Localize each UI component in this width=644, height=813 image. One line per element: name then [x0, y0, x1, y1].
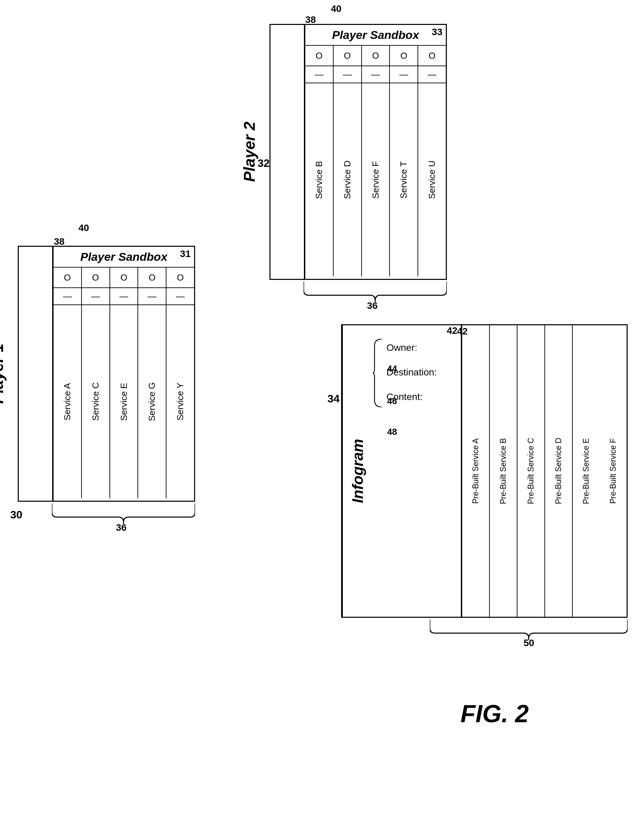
figure-title: FIG. 2 — [460, 699, 529, 728]
ref-50: 50 — [523, 638, 534, 649]
player1-service-g-label: Service G — [138, 305, 166, 498]
diagram: Player 1 Player Sandbox 31 O — Service A… — [0, 0, 644, 813]
player1-dash-g: — — [138, 288, 166, 305]
player1-circle-c: O — [82, 268, 110, 288]
player2-service-d-label: Service D — [333, 83, 361, 276]
player1-sandbox-header: Player Sandbox 31 — [54, 247, 194, 268]
player2-service-col-b: O — Service B — [305, 46, 333, 276]
player2-service-col-f: O — Service F — [362, 46, 390, 276]
ref-42-label: 42 — [457, 326, 468, 337]
player2-brace-svg — [304, 282, 447, 302]
ref-48-label: 48 — [387, 426, 397, 437]
player1-circle-g: O — [138, 268, 166, 288]
player2-ref: 32 — [257, 157, 270, 170]
pre-built-col-f: Pre-Built Service F — [600, 325, 627, 617]
player1-dash-y: — — [167, 288, 194, 305]
infogram-brace — [373, 339, 383, 407]
ref-42: 42 — [447, 325, 457, 336]
player1-service-col-e: O — Service E — [110, 268, 139, 498]
infogram-brace-50 — [430, 620, 628, 640]
ref-34: 34 — [327, 393, 340, 405]
pre-built-col-c: Pre-Built Service C — [517, 325, 545, 617]
player2-service-t-label: Service T — [390, 83, 418, 276]
player1-dash-a: — — [54, 288, 81, 305]
infogram-services: Pre-Built Service A Pre-Built Service B … — [462, 325, 627, 617]
player2-service-f-label: Service F — [362, 83, 390, 276]
player1-dash-c: — — [82, 288, 110, 305]
player1-brace-svg — [52, 503, 195, 524]
player1-service-col-c: O — Service C — [82, 268, 110, 498]
player1-circle-y: O — [167, 268, 194, 288]
infogram-fields: 42 Owner: Destination: Content: — [373, 325, 462, 617]
ref-38-left: 38 — [54, 236, 64, 247]
player2-outer-box: Player 2 Player Sandbox 33 O — Service B… — [269, 24, 447, 280]
pre-built-col-e: Pre-Built Service E — [572, 325, 600, 617]
ref-40-left: 40 — [78, 222, 89, 233]
player1-label: Player 1 — [0, 247, 17, 501]
player2-service-col-d: O — Service D — [333, 46, 362, 276]
player2-sandbox-header: Player Sandbox 33 — [305, 25, 446, 46]
player1-sandbox-label: Player Sandbox — [80, 250, 167, 263]
player1-service-col-g: O — Service G — [138, 268, 167, 498]
player2-label: Player 2 — [229, 25, 269, 279]
pre-built-col-b: Pre-Built Service B — [489, 325, 517, 617]
player2-services-ref: 36 — [367, 301, 378, 311]
player1-services-ref: 36 — [116, 522, 127, 533]
ref-46-label: 46 — [387, 396, 397, 406]
player1-service-a-label: Service A — [54, 305, 81, 498]
pre-built-col-d: Pre-Built Service D — [545, 325, 572, 617]
player2-sandbox-box: Player Sandbox 33 O — Service B O — Serv… — [304, 25, 446, 279]
infogram-box: Infogram 42 Owner: Destination: Content: — [341, 324, 628, 618]
player1-service-y-label: Service Y — [167, 305, 194, 498]
player1-service-col-a: O — Service A — [54, 268, 82, 498]
player1-service-grid: O — Service A O — Service C O — Service … — [54, 268, 194, 498]
player2-sandbox-ref: 33 — [432, 27, 442, 38]
player2-service-grid: O — Service B O — Service D O — Service … — [305, 46, 446, 276]
player2-sandbox-label: Player Sandbox — [332, 28, 419, 41]
ref-40-right: 40 — [331, 3, 341, 14]
ref-38-right: 38 — [305, 14, 316, 25]
player1-service-col-y: O — Service Y — [167, 268, 194, 498]
player2-service-col-u: O — Service U — [418, 46, 446, 276]
player1-sandbox-box: Player Sandbox 31 O — Service A O — Serv… — [53, 247, 194, 501]
player2-service-u-label: Service U — [418, 83, 446, 276]
player1-left-col — [19, 247, 53, 501]
player1-outer-box: Player 1 Player Sandbox 31 O — Service A… — [18, 246, 195, 502]
ref-44-label: 44 — [387, 364, 397, 374]
player2-left-col — [271, 25, 304, 279]
pre-built-col-a: Pre-Built Service A — [462, 325, 489, 617]
player1-ref: 30 — [10, 509, 23, 521]
player1-circle-a: O — [54, 268, 81, 288]
player1-sandbox-ref: 31 — [180, 249, 191, 259]
player2-service-col-t: O — Service T — [390, 46, 418, 276]
player1-circle-e: O — [110, 268, 138, 288]
player2-service-b-label: Service B — [305, 83, 333, 276]
player1-service-e-label: Service E — [110, 305, 138, 498]
player1-dash-e: — — [110, 288, 138, 305]
infogram-title: Infogram — [342, 325, 373, 617]
player1-service-c-label: Service C — [82, 305, 110, 498]
infogram-owner: Owner: — [387, 342, 454, 353]
